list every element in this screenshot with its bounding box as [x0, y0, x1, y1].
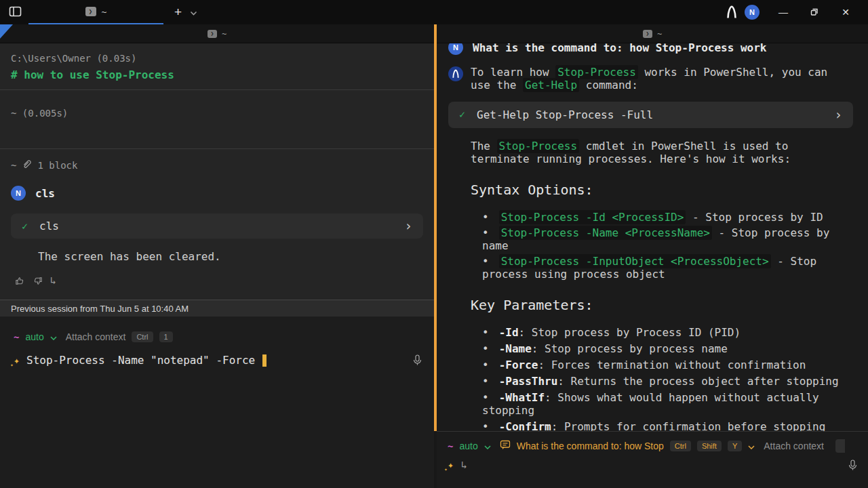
suggested-command-block[interactable]: ✓ cls ›: [11, 214, 423, 239]
terminal-block[interactable]: ~ (0.005s): [0, 90, 434, 149]
restore-button[interactable]: [799, 0, 830, 24]
attach-context-button[interactable]: Attach context: [66, 331, 126, 342]
key-parameters-list: -Id: Stop process by Process ID (PID) -N…: [482, 326, 853, 431]
key-badge-ctrl: Ctrl: [132, 331, 153, 342]
prompt-path-label: ~: [14, 331, 19, 342]
input-actions-row: ✦✦ ↳: [448, 459, 857, 471]
chevron-down-icon[interactable]: [748, 441, 755, 451]
user-message-text: cls: [35, 187, 55, 200]
sparkle-icon: ✦✦: [448, 459, 454, 471]
right-agent-input-area[interactable]: ~ auto What is the command to: how Stop …: [437, 431, 868, 488]
reply-button[interactable]: ↳: [50, 274, 56, 287]
ai-intro-text: To learn how Stop-Process works in Power…: [471, 66, 853, 92]
list-item: -Confirm: Prompts for confirmation befor…: [482, 420, 853, 431]
chevron-down-icon: [190, 7, 197, 18]
paperclip-icon: [22, 159, 31, 171]
left-pane-header[interactable]: ❯ ~: [0, 24, 434, 43]
restore-icon: [810, 6, 819, 19]
right-agent-pane: ❯ ~ N What is the command to: how Stop-P…: [437, 24, 868, 488]
active-pane-corner-indicator: [0, 24, 13, 39]
warp-logo-icon: [726, 5, 738, 19]
feedback-row: ↳: [15, 274, 423, 287]
input-context-row: ~ auto Attach context Ctrl 1: [14, 331, 422, 342]
mode-dropdown[interactable]: auto: [25, 331, 43, 342]
check-icon: ✓: [459, 108, 465, 121]
attach-context-button[interactable]: Attach context: [764, 441, 824, 451]
terminal-block[interactable]: C:\Users\Owner (0.03s) # how to use Stop…: [0, 43, 434, 90]
command-input-value[interactable]: Stop-Process -Name "notepad" -Force: [26, 354, 255, 367]
account-avatar[interactable]: N: [745, 5, 760, 20]
check-icon: ✓: [22, 220, 28, 232]
list-item: Stop-Process -Name <ProcessName> - Stop …: [482, 226, 853, 252]
close-icon: ✕: [842, 7, 850, 18]
agent-output-text: The screen has been cleared.: [38, 250, 423, 263]
user-message-text: What is the command to: how Stop-Process…: [473, 43, 766, 54]
key-badge-y: Y: [728, 441, 742, 451]
warp-ai-avatar: [448, 66, 463, 81]
key-parameters-heading: Key Parameters:: [471, 299, 853, 312]
agent-conversation-section: ~ 1 block N cls ✓ cls › The screen has b…: [0, 149, 434, 300]
titlebar: ❯ ~ + N — ✕: [0, 0, 868, 24]
thumbs-down-button[interactable]: [33, 276, 43, 286]
left-command-input-area[interactable]: ~ auto Attach context Ctrl 1 ✦✦ Stop-Pro…: [0, 317, 434, 488]
right-pane-header[interactable]: ❯ ~: [437, 24, 868, 43]
powershell-icon: ❯: [643, 30, 652, 38]
pane-divider[interactable]: [434, 24, 437, 488]
ai-message-row: To learn how Stop-Process works in Power…: [448, 66, 853, 92]
ai-description-text: The Stop-Process cmdlet in PowerShell is…: [471, 140, 853, 165]
chevron-right-icon[interactable]: ›: [835, 108, 842, 121]
sparkle-icon: ✦✦: [14, 354, 20, 367]
right-pane-title: ~: [657, 29, 662, 39]
user-message-row: N cls: [11, 186, 423, 201]
text-cursor: [262, 354, 267, 367]
block-path-label: ~ (0.005s): [11, 108, 423, 119]
left-terminal-pane: ❯ ~ C:\Users\Owner (0.03s) # how to use …: [0, 24, 434, 488]
command-text: Get-Help Stop-Process -Full: [477, 108, 653, 121]
new-tab-button[interactable]: +: [174, 5, 182, 20]
context-prompt-label: ~: [11, 160, 16, 171]
sidebar-toggle-button[interactable]: [9, 5, 22, 20]
powershell-icon: ❯: [85, 7, 96, 16]
conversation-chip-label[interactable]: What is the command to: how Stop: [517, 441, 664, 451]
user-avatar: N: [11, 186, 26, 201]
prompt-path-label: ~: [448, 441, 453, 451]
block-command-text: # how to use Stop-Process: [11, 68, 423, 81]
agent-conversation: N What is the command to: how Stop-Proce…: [437, 43, 868, 431]
microphone-button[interactable]: [848, 460, 857, 471]
close-button[interactable]: ✕: [830, 0, 861, 24]
tab-list-chevron-button[interactable]: [190, 7, 197, 18]
block-path-label: C:\Users\Owner (0.03s): [11, 53, 423, 64]
minimize-icon: —: [778, 7, 788, 18]
thumbs-up-button[interactable]: [15, 276, 25, 286]
microphone-button[interactable]: [413, 354, 422, 366]
left-pane-title: ~: [222, 29, 226, 39]
suggested-command-block[interactable]: ✓ Get-Help Stop-Process -Full ›: [448, 102, 853, 128]
powershell-icon: ❯: [208, 30, 217, 38]
mode-dropdown[interactable]: auto: [459, 441, 477, 451]
clipped-key-badge: [835, 439, 845, 453]
terminal-tab[interactable]: ❯ ~: [28, 0, 163, 24]
list-item: -WhatIf: Shows what would happen without…: [482, 391, 853, 417]
chevron-right-icon[interactable]: ›: [405, 220, 412, 232]
list-item: -Id: Stop process by Process ID (PID): [482, 326, 853, 339]
conversation-chip-icon: [500, 440, 511, 452]
command-text: cls: [39, 220, 59, 232]
syntax-options-list: Stop-Process -Id <ProcessID> - Stop proc…: [482, 211, 853, 281]
syntax-options-heading: Syntax Options:: [471, 184, 853, 197]
key-badge-1: 1: [159, 331, 173, 342]
user-avatar: N: [448, 43, 463, 55]
chevron-down-icon[interactable]: [484, 441, 491, 451]
command-input-row[interactable]: ✦✦ Stop-Process -Name "notepad" -Force: [14, 354, 422, 367]
attached-context-row[interactable]: ~ 1 block: [11, 159, 423, 171]
tab-title: ~: [102, 7, 107, 17]
key-badge-shift: Shift: [697, 441, 722, 451]
list-item: -Force: Forces termination without confi…: [482, 359, 853, 371]
list-item: -PassThru: Returns the process object af…: [482, 375, 853, 388]
chevron-down-icon[interactable]: [50, 331, 57, 342]
minimize-button[interactable]: —: [768, 0, 799, 24]
key-badge-ctrl: Ctrl: [670, 441, 691, 451]
previous-session-banner[interactable]: Previous session from Thu Jun 5 at 10:40…: [0, 300, 434, 317]
reply-button[interactable]: ↳: [461, 459, 467, 471]
list-item: -Name: Stop process by process name: [482, 342, 853, 355]
list-item: Stop-Process -Id <ProcessID> - Stop proc…: [482, 211, 853, 224]
